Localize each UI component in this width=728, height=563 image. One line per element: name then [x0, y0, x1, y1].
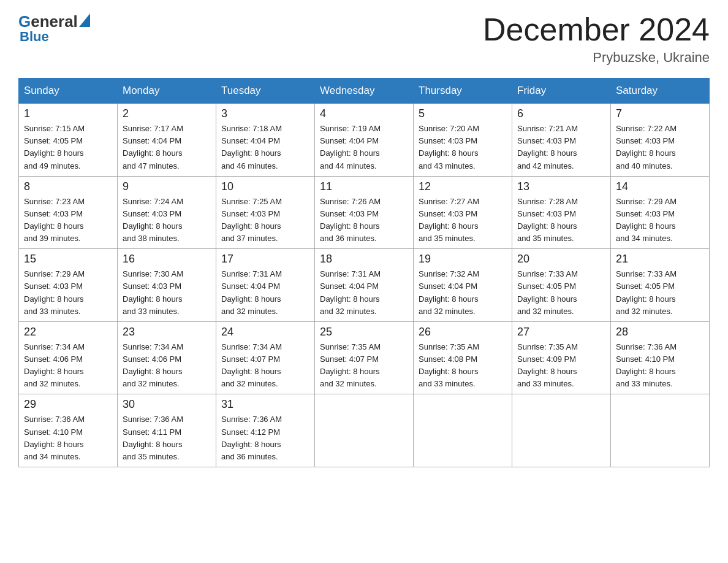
logo: General Blue [18, 12, 90, 45]
day-info: Sunrise: 7:33 AMSunset: 4:05 PMDaylight:… [616, 268, 704, 318]
calendar-header-row: Sunday Monday Tuesday Wednesday Thursday… [19, 79, 710, 104]
calendar-week-row: 1Sunrise: 7:15 AMSunset: 4:05 PMDaylight… [19, 104, 710, 177]
day-number: 18 [320, 253, 408, 266]
day-info: Sunrise: 7:17 AMSunset: 4:04 PMDaylight:… [123, 123, 211, 172]
day-info: Sunrise: 7:35 AMSunset: 4:08 PMDaylight:… [419, 341, 507, 391]
day-number: 14 [616, 180, 704, 193]
day-info: Sunrise: 7:28 AMSunset: 4:03 PMDaylight:… [517, 196, 605, 245]
day-info: Sunrise: 7:31 AMSunset: 4:04 PMDaylight:… [221, 268, 309, 318]
day-info: Sunrise: 7:35 AMSunset: 4:09 PMDaylight:… [517, 341, 605, 391]
table-row: 29Sunrise: 7:36 AMSunset: 4:10 PMDayligh… [19, 394, 118, 467]
day-number: 31 [221, 398, 309, 411]
table-row: 28Sunrise: 7:36 AMSunset: 4:10 PMDayligh… [611, 321, 710, 394]
day-info: Sunrise: 7:36 AMSunset: 4:10 PMDaylight:… [24, 413, 112, 463]
day-number: 6 [517, 107, 605, 120]
day-number: 3 [221, 107, 309, 120]
table-row: 4Sunrise: 7:19 AMSunset: 4:04 PMDaylight… [315, 104, 414, 177]
col-tuesday: Tuesday [216, 79, 315, 104]
day-number: 16 [123, 253, 211, 266]
day-number: 10 [221, 180, 309, 193]
day-info: Sunrise: 7:29 AMSunset: 4:03 PMDaylight:… [24, 268, 112, 318]
month-year-title: December 2024 [483, 12, 710, 47]
day-info: Sunrise: 7:24 AMSunset: 4:03 PMDaylight:… [123, 196, 211, 245]
table-row: 30Sunrise: 7:36 AMSunset: 4:11 PMDayligh… [118, 394, 216, 467]
calendar-week-row: 15Sunrise: 7:29 AMSunset: 4:03 PMDayligh… [19, 249, 710, 322]
calendar-week-row: 22Sunrise: 7:34 AMSunset: 4:06 PMDayligh… [19, 321, 710, 394]
day-number: 30 [123, 398, 211, 411]
table-row: 22Sunrise: 7:34 AMSunset: 4:06 PMDayligh… [19, 321, 118, 394]
day-number: 7 [616, 107, 704, 120]
table-row: 12Sunrise: 7:27 AMSunset: 4:03 PMDayligh… [414, 176, 512, 249]
calendar-week-row: 8Sunrise: 7:23 AMSunset: 4:03 PMDaylight… [19, 176, 710, 249]
day-number: 15 [24, 253, 112, 266]
table-row: 7Sunrise: 7:22 AMSunset: 4:03 PMDaylight… [611, 104, 710, 177]
day-number: 19 [419, 253, 507, 266]
table-row: 13Sunrise: 7:28 AMSunset: 4:03 PMDayligh… [512, 176, 611, 249]
calendar-table: Sunday Monday Tuesday Wednesday Thursday… [18, 78, 710, 467]
day-info: Sunrise: 7:36 AMSunset: 4:12 PMDaylight:… [221, 413, 309, 463]
day-number: 4 [320, 107, 408, 120]
day-info: Sunrise: 7:32 AMSunset: 4:04 PMDaylight:… [419, 268, 507, 318]
table-row: 16Sunrise: 7:30 AMSunset: 4:03 PMDayligh… [118, 249, 216, 322]
table-row: 26Sunrise: 7:35 AMSunset: 4:08 PMDayligh… [414, 321, 512, 394]
table-row: 9Sunrise: 7:24 AMSunset: 4:03 PMDaylight… [118, 176, 216, 249]
title-block: December 2024 Prybuzske, Ukraine [483, 12, 710, 66]
col-sunday: Sunday [19, 79, 118, 104]
col-wednesday: Wednesday [315, 79, 414, 104]
day-number: 12 [419, 180, 507, 193]
table-row: 21Sunrise: 7:33 AMSunset: 4:05 PMDayligh… [611, 249, 710, 322]
day-number: 28 [616, 326, 704, 339]
day-info: Sunrise: 7:15 AMSunset: 4:05 PMDaylight:… [24, 123, 112, 172]
table-row [512, 394, 611, 467]
table-row: 17Sunrise: 7:31 AMSunset: 4:04 PMDayligh… [216, 249, 315, 322]
day-info: Sunrise: 7:34 AMSunset: 4:06 PMDaylight:… [123, 341, 211, 391]
table-row: 3Sunrise: 7:18 AMSunset: 4:04 PMDaylight… [216, 104, 315, 177]
day-info: Sunrise: 7:36 AMSunset: 4:10 PMDaylight:… [616, 341, 704, 391]
table-row: 15Sunrise: 7:29 AMSunset: 4:03 PMDayligh… [19, 249, 118, 322]
svg-marker-0 [79, 13, 90, 27]
day-info: Sunrise: 7:27 AMSunset: 4:03 PMDaylight:… [419, 196, 507, 245]
table-row: 6Sunrise: 7:21 AMSunset: 4:03 PMDaylight… [512, 104, 611, 177]
day-number: 2 [123, 107, 211, 120]
table-row: 5Sunrise: 7:20 AMSunset: 4:03 PMDaylight… [414, 104, 512, 177]
col-friday: Friday [512, 79, 611, 104]
table-row: 31Sunrise: 7:36 AMSunset: 4:12 PMDayligh… [216, 394, 315, 467]
day-info: Sunrise: 7:20 AMSunset: 4:03 PMDaylight:… [419, 123, 507, 172]
table-row: 18Sunrise: 7:31 AMSunset: 4:04 PMDayligh… [315, 249, 414, 322]
table-row: 11Sunrise: 7:26 AMSunset: 4:03 PMDayligh… [315, 176, 414, 249]
day-info: Sunrise: 7:31 AMSunset: 4:04 PMDaylight:… [320, 268, 408, 318]
table-row: 2Sunrise: 7:17 AMSunset: 4:04 PMDaylight… [118, 104, 216, 177]
day-info: Sunrise: 7:29 AMSunset: 4:03 PMDaylight:… [616, 196, 704, 245]
day-number: 20 [517, 253, 605, 266]
day-number: 26 [419, 326, 507, 339]
day-info: Sunrise: 7:19 AMSunset: 4:04 PMDaylight:… [320, 123, 408, 172]
day-number: 13 [517, 180, 605, 193]
day-number: 1 [24, 107, 112, 120]
table-row: 14Sunrise: 7:29 AMSunset: 4:03 PMDayligh… [611, 176, 710, 249]
day-info: Sunrise: 7:35 AMSunset: 4:07 PMDaylight:… [320, 341, 408, 391]
day-number: 8 [24, 180, 112, 193]
day-info: Sunrise: 7:21 AMSunset: 4:03 PMDaylight:… [517, 123, 605, 172]
day-number: 11 [320, 180, 408, 193]
day-number: 5 [419, 107, 507, 120]
day-info: Sunrise: 7:36 AMSunset: 4:11 PMDaylight:… [123, 413, 211, 463]
location-subtitle: Prybuzske, Ukraine [483, 50, 710, 66]
table-row: 23Sunrise: 7:34 AMSunset: 4:06 PMDayligh… [118, 321, 216, 394]
day-number: 9 [123, 180, 211, 193]
table-row: 19Sunrise: 7:32 AMSunset: 4:04 PMDayligh… [414, 249, 512, 322]
day-number: 23 [123, 326, 211, 339]
day-number: 29 [24, 398, 112, 411]
col-thursday: Thursday [414, 79, 512, 104]
table-row [611, 394, 710, 467]
day-info: Sunrise: 7:25 AMSunset: 4:03 PMDaylight:… [221, 196, 309, 245]
table-row: 20Sunrise: 7:33 AMSunset: 4:05 PMDayligh… [512, 249, 611, 322]
table-row: 25Sunrise: 7:35 AMSunset: 4:07 PMDayligh… [315, 321, 414, 394]
day-info: Sunrise: 7:34 AMSunset: 4:06 PMDaylight:… [24, 341, 112, 391]
col-monday: Monday [118, 79, 216, 104]
day-info: Sunrise: 7:34 AMSunset: 4:07 PMDaylight:… [221, 341, 309, 391]
table-row: 24Sunrise: 7:34 AMSunset: 4:07 PMDayligh… [216, 321, 315, 394]
day-info: Sunrise: 7:33 AMSunset: 4:05 PMDaylight:… [517, 268, 605, 318]
day-number: 24 [221, 326, 309, 339]
calendar-week-row: 29Sunrise: 7:36 AMSunset: 4:10 PMDayligh… [19, 394, 710, 467]
day-number: 27 [517, 326, 605, 339]
